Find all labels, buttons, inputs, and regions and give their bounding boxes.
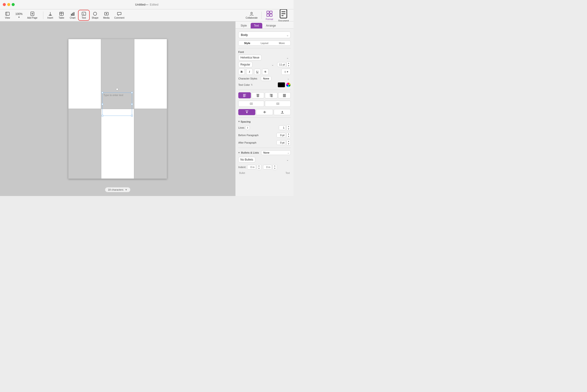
collaborate-button[interactable]: Collaborate xyxy=(244,10,259,20)
align-left-button[interactable] xyxy=(238,92,251,98)
media-icon xyxy=(104,12,109,16)
indent-bullet-stepper[interactable]: ▲ ▼ xyxy=(257,164,261,170)
insert-button[interactable]: Insert xyxy=(45,10,55,20)
svg-rect-24 xyxy=(267,14,269,16)
italic-button[interactable]: I xyxy=(246,69,253,75)
lines-up[interactable]: ▲ xyxy=(287,125,290,128)
handle-bottom-left[interactable] xyxy=(101,115,103,116)
bullets-toggle[interactable]: ▾ xyxy=(238,151,240,154)
font-name-wrapper: Helvetica Neue xyxy=(238,55,291,60)
indent-text-stepper[interactable]: ▲ ▼ xyxy=(273,164,277,170)
svg-rect-37 xyxy=(256,96,259,96)
traffic-lights xyxy=(3,3,15,6)
document-button[interactable]: Document xyxy=(276,8,291,23)
color-wheel[interactable] xyxy=(286,82,291,87)
font-section: Font Helvetica Neue Regular xyxy=(238,50,291,88)
svg-rect-13 xyxy=(72,13,73,16)
bold-button[interactable]: B xyxy=(238,69,245,75)
handle-top-right[interactable] xyxy=(131,92,133,94)
sub-tab-style[interactable]: Style xyxy=(239,41,256,46)
handle-middle-right[interactable] xyxy=(131,103,133,105)
increase-indent-icon xyxy=(276,102,280,105)
handle-middle-left[interactable] xyxy=(101,103,103,105)
handle-top-left[interactable] xyxy=(101,92,103,94)
status-bar[interactable]: 18 characters ▼ xyxy=(105,187,130,192)
add-page-button[interactable]: Add Page xyxy=(25,10,39,20)
media-button[interactable]: Media xyxy=(101,10,111,20)
text-color-swatch[interactable] xyxy=(278,82,285,88)
shape-button[interactable]: Shape xyxy=(90,10,100,20)
valign-bottom-button[interactable] xyxy=(274,109,291,115)
collaborate-icon xyxy=(249,12,254,16)
text-button[interactable]: A Text xyxy=(79,10,89,20)
body-dropdown[interactable]: Body xyxy=(238,32,291,38)
text-box[interactable]: Type to enter text xyxy=(102,92,132,116)
bullets-section: ▾ Bullets & Lists None No Bullets xyxy=(238,150,291,174)
svg-rect-14 xyxy=(74,12,74,16)
text-box-placeholder: Type to enter text xyxy=(102,93,132,98)
minimize-button[interactable] xyxy=(7,3,10,6)
lines-stepper-icon[interactable] xyxy=(245,126,250,130)
tab-style[interactable]: Style xyxy=(237,23,250,28)
bullets-dropdown[interactable]: None xyxy=(261,150,291,155)
lines-stepper[interactable]: ▲ ▼ xyxy=(287,125,291,130)
indent-bullet-down[interactable]: ▼ xyxy=(257,167,261,170)
svg-rect-23 xyxy=(270,11,272,13)
align-justify-button[interactable] xyxy=(278,92,291,98)
tab-text[interactable]: Text xyxy=(251,23,262,28)
spacing-toggle[interactable]: ▾ xyxy=(238,120,240,123)
maximize-button[interactable] xyxy=(12,3,15,6)
strikethrough-button[interactable]: S xyxy=(262,69,269,75)
zoom-button[interactable]: 100% ▼ xyxy=(13,12,24,19)
handle-bottom-right[interactable] xyxy=(131,115,133,116)
font-size-group: 11 pt ▲ ▼ xyxy=(277,62,291,67)
indent-text-value: 0 in xyxy=(263,165,272,170)
before-paragraph-stepper[interactable]: ▲ ▼ xyxy=(287,132,291,138)
valign-middle-button[interactable] xyxy=(256,109,273,115)
indent-text-up[interactable]: ▲ xyxy=(273,164,277,167)
font-size-stepper[interactable]: ▲ ▼ xyxy=(287,62,291,67)
comment-button[interactable]: Comment xyxy=(112,10,126,20)
format-button[interactable]: Format xyxy=(263,9,276,22)
add-page-label: Add Page xyxy=(27,16,37,19)
sub-tab-layout[interactable]: Layout xyxy=(256,41,273,46)
text-effects-button[interactable]: ▼ xyxy=(281,69,291,75)
after-paragraph-down[interactable]: ▼ xyxy=(287,143,290,145)
font-style-dropdown[interactable]: Regular xyxy=(238,62,252,67)
after-paragraph-stepper[interactable]: ▲ ▼ xyxy=(287,140,291,146)
format-label: Format xyxy=(266,18,273,20)
underline-button[interactable]: U xyxy=(254,69,261,75)
font-size-down[interactable]: ▼ xyxy=(287,64,290,67)
close-button[interactable] xyxy=(3,3,6,6)
after-paragraph-up[interactable]: ▲ xyxy=(287,140,290,143)
align-row xyxy=(238,92,291,98)
before-paragraph-row: Before Paragraph 0 pt ▲ ▼ xyxy=(238,132,291,138)
view-button[interactable]: View xyxy=(2,10,12,20)
decrease-indent-button[interactable] xyxy=(238,101,264,107)
font-name-dropdown[interactable]: Helvetica Neue xyxy=(238,55,262,60)
indent-text-down[interactable]: ▼ xyxy=(273,167,277,170)
char-styles-dropdown[interactable]: None xyxy=(261,76,271,81)
increase-indent-button[interactable] xyxy=(265,101,291,107)
no-bullets-wrapper: No Bullets xyxy=(238,157,291,162)
lines-dropdown-group: Lines xyxy=(238,126,250,130)
font-size-up[interactable]: ▲ xyxy=(287,62,290,64)
svg-rect-45 xyxy=(283,96,286,96)
chart-button[interactable]: Chart xyxy=(67,10,78,20)
svg-rect-59 xyxy=(282,111,283,112)
canvas-area[interactable]: Type to enter text 18 characters ▼ xyxy=(0,22,235,196)
rotation-handle[interactable] xyxy=(116,88,118,90)
sub-tab-more[interactable]: More xyxy=(273,41,290,46)
body-dropdown-wrapper: Body xyxy=(238,32,291,38)
lines-down[interactable]: ▼ xyxy=(287,128,290,130)
align-right-button[interactable] xyxy=(265,92,277,98)
no-bullets-dropdown[interactable]: No Bullets xyxy=(238,157,255,162)
before-paragraph-up[interactable]: ▲ xyxy=(287,132,290,135)
valign-top-button[interactable] xyxy=(238,109,255,115)
table-button[interactable]: Table xyxy=(56,10,67,20)
indent-bullet-up[interactable]: ▲ xyxy=(257,164,261,167)
lines-stepper-wrapper xyxy=(245,126,250,130)
tab-arrange[interactable]: Arrange xyxy=(263,23,279,28)
before-paragraph-down[interactable]: ▼ xyxy=(287,135,290,138)
align-center-button[interactable] xyxy=(252,92,264,98)
